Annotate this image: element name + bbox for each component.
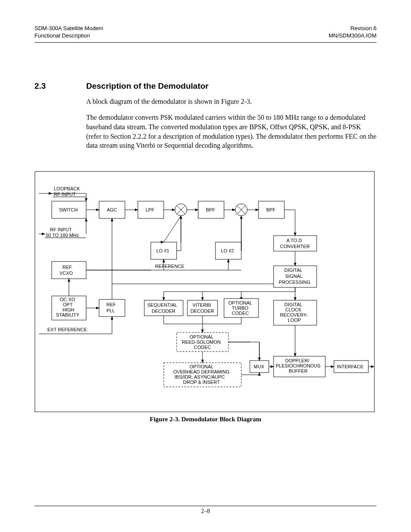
box-refvcxo-b: VCXO xyxy=(59,271,73,276)
box-rs2: REED-SOLOMON xyxy=(182,339,221,345)
box-dsp1: DIGITAL xyxy=(284,268,302,273)
box-turbo3: CODEC xyxy=(232,311,249,316)
box-iface: INTERFACE xyxy=(337,364,364,369)
box-lo1: LO #1 xyxy=(156,248,169,253)
block-diagram: LOOPBACK RF INPUT RF INPUT 50 TO 180 MHz… xyxy=(34,171,375,412)
label-loopback: LOOPBACK xyxy=(54,186,80,191)
box-refpll-b: PLL xyxy=(106,308,115,313)
paragraph-1: A block diagram of the demodulator is sh… xyxy=(86,97,377,106)
box-seq1: SEQUENTIAL xyxy=(147,302,177,308)
label-rfinput-freq: 50 TO 180 MHz xyxy=(46,233,79,238)
box-dsp3: PROCESSING xyxy=(279,280,310,285)
box-switch: SWITCH xyxy=(59,207,78,212)
box-ovh1: OPTIONAL xyxy=(190,364,214,369)
box-vit1: VITERBI xyxy=(193,302,211,308)
box-ovh4: DROP & INSERT xyxy=(183,380,220,385)
box-dcrl4: LOOP xyxy=(288,317,301,323)
header-rule xyxy=(34,42,377,43)
figure-caption: Figure 2-3. Demodulator Block Diagram xyxy=(34,416,377,423)
label-reference: REFERENCE xyxy=(155,264,184,269)
svg-rect-22 xyxy=(52,261,86,279)
box-ovh3: IBS/IDR, ASYNC/AUPC xyxy=(174,374,225,380)
box-dop1: DOPPLER/ xyxy=(285,358,310,363)
box-atod2: CONVERTER xyxy=(280,244,310,249)
box-dsp2: SIGNAL xyxy=(285,274,302,279)
footer-rule xyxy=(34,506,377,506)
box-vit2: DECODER xyxy=(190,308,214,314)
page-header: SDM-300A Satellite Modem Functional Desc… xyxy=(34,25,377,40)
header-docid: MN/SDM300A.IOM xyxy=(329,32,377,40)
header-rev: Revision 6 xyxy=(329,25,377,32)
box-rs3: CODEC xyxy=(194,345,211,350)
box-bpf2: BPF xyxy=(266,207,276,212)
section-title: Description of the Demodulator xyxy=(86,81,209,91)
paragraph-2: The demodulator converts PSK modulated c… xyxy=(86,113,377,150)
box-atod1: A TO D xyxy=(286,238,302,243)
box-seq2: DECODER xyxy=(152,308,175,314)
label-rfinput: RF INPUT xyxy=(50,227,72,232)
section-number: 2.3 xyxy=(34,81,86,91)
box-ocxo2: OPT xyxy=(63,302,73,307)
box-dcrl3: RECOVERY- xyxy=(280,312,308,317)
label-extref: EXT REFERENCE xyxy=(47,327,87,332)
box-mux: MUX xyxy=(254,364,265,369)
box-ocxo4: STABILITY xyxy=(56,312,80,317)
box-refpll-a: REF xyxy=(106,302,116,307)
box-bpf1: BPF xyxy=(206,207,215,212)
section-heading: 2.3 Description of the Demodulator xyxy=(34,81,377,91)
box-lo2: LO #2 xyxy=(221,248,234,253)
box-ocxo1: OC XO xyxy=(60,297,75,302)
box-dcrl1: DIGITAL xyxy=(284,302,302,307)
box-turbo2: TURBO xyxy=(232,305,249,311)
header-subtitle: Functional Description xyxy=(34,32,103,40)
box-dcrl2: CLOCK xyxy=(285,307,302,312)
box-lpf: LPF xyxy=(146,207,154,212)
box-rs1: OPTIONAL xyxy=(190,334,214,339)
header-product: SDM-300A Satellite Modem xyxy=(34,25,103,32)
label-loopback-rf: RF INPUT xyxy=(54,192,76,197)
box-turbo1: OPTIONAL xyxy=(228,300,252,305)
box-dop3: BUFFER xyxy=(289,368,308,373)
box-dop2: PLESIOCHRONOUS xyxy=(276,363,321,368)
page-number: 2–8 xyxy=(0,508,411,515)
box-ocxo3: HIGH xyxy=(62,307,75,312)
box-refvcxo-a: REF xyxy=(62,264,72,270)
box-ovh2: OVERHEAD DEFRAMING xyxy=(173,369,230,374)
box-agc: AGC xyxy=(107,207,117,212)
